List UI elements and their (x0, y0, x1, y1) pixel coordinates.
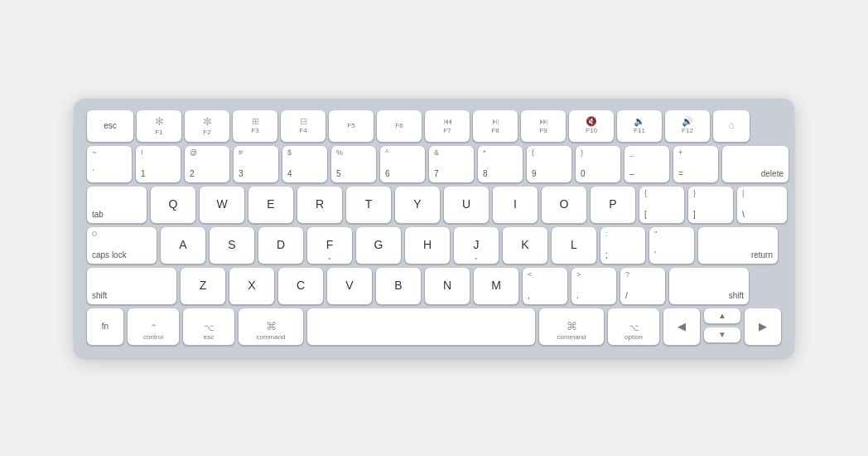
key-a[interactable]: A (161, 227, 205, 264)
key-b[interactable]: B (376, 268, 421, 304)
key-p[interactable]: P (591, 187, 635, 223)
key-y[interactable]: Y (395, 187, 440, 223)
key-arrow-left[interactable]: ◀ (663, 308, 700, 345)
key-l[interactable]: L (552, 227, 596, 264)
key-f2[interactable]: ✼ F2 (185, 110, 229, 142)
key-g[interactable]: G (356, 227, 401, 264)
key-c[interactable]: C (278, 268, 323, 304)
key-u[interactable]: U (444, 187, 489, 223)
key-quote[interactable]: " ' (649, 227, 694, 264)
key-4[interactable]: $ 4 (282, 146, 327, 182)
number-row: ~ ` ! 1 @ 2 # 3 $ 4 % 5 ^ 6 & 7 (87, 146, 781, 182)
key-arrow-down[interactable]: ▼ (704, 327, 740, 342)
key-f11[interactable]: 🔉 F11 (617, 110, 662, 142)
key-2[interactable]: @ 2 (185, 146, 229, 182)
key-capslock[interactable]: caps lock (87, 227, 157, 264)
keyboard: esc ✻ F1 ✼ F2 ⊞ F3 ⊟ F4 F5 F6 ⏮ F7 (74, 99, 794, 358)
key-power[interactable]: ⌂ (713, 110, 750, 142)
key-f[interactable]: F (307, 227, 352, 264)
key-f8[interactable]: ⏯ F8 (473, 110, 518, 142)
key-arrow-right[interactable]: ▶ (745, 308, 781, 345)
key-7[interactable]: & 7 (429, 146, 474, 182)
key-f1[interactable]: ✻ F1 (137, 110, 181, 142)
key-j[interactable]: J (454, 227, 499, 264)
key-slash[interactable]: ? / (620, 268, 665, 304)
key-semicolon[interactable]: : ; (600, 227, 645, 264)
key-f9[interactable]: ⏭ F9 (521, 110, 566, 142)
key-arrow-up[interactable]: ▲ (704, 308, 740, 323)
key-f3[interactable]: ⊞ F3 (233, 110, 277, 142)
key-n[interactable]: N (425, 268, 470, 304)
key-return[interactable]: return (698, 227, 778, 264)
key-period[interactable]: > . (571, 268, 616, 304)
qwerty-row: tab Q W E R T Y U I O P { [ } ] | \ (87, 187, 781, 223)
key-f4[interactable]: ⊟ F4 (281, 110, 326, 142)
key-close-bracket[interactable]: } ] (688, 187, 733, 223)
arrow-up-down-group: ▲ ▼ (704, 308, 740, 345)
key-option-left[interactable]: ⌥ esc (183, 308, 234, 345)
key-delete[interactable]: delete (722, 146, 788, 182)
key-minus[interactable]: _ – (624, 146, 669, 182)
key-9[interactable]: ( 9 (527, 146, 571, 182)
key-0[interactable]: ) 0 (576, 146, 620, 182)
key-backslash[interactable]: | \ (737, 187, 787, 223)
key-control[interactable]: ⌃ control (128, 308, 179, 345)
key-comma[interactable]: < , (523, 268, 567, 304)
key-t[interactable]: T (346, 187, 391, 223)
key-command-left[interactable]: ⌘ command (239, 308, 303, 345)
key-f6[interactable]: F6 (377, 110, 422, 142)
key-equals[interactable]: + = (673, 146, 718, 182)
key-o[interactable]: O (542, 187, 586, 223)
key-f7[interactable]: ⏮ F7 (425, 110, 470, 142)
key-fn[interactable]: fn (87, 308, 123, 345)
key-command-right[interactable]: ⌘ command (539, 308, 604, 345)
zxcv-row: shift Z X C V B N M < , > . ? / shift (87, 268, 781, 304)
key-3[interactable]: # 3 (234, 146, 278, 182)
key-1[interactable]: ! 1 (136, 146, 181, 182)
key-d[interactable]: D (258, 227, 303, 264)
key-f12[interactable]: 🔊 F12 (665, 110, 710, 142)
asdf-row: caps lock A S D F G H J K L : ; " ' retu… (87, 227, 781, 264)
key-m[interactable]: M (474, 268, 518, 304)
key-shift-left[interactable]: shift (87, 268, 176, 304)
key-backtick[interactable]: ~ ` (87, 146, 132, 182)
key-6[interactable]: ^ 6 (380, 146, 425, 182)
key-q[interactable]: Q (151, 187, 195, 223)
key-5[interactable]: % 5 (331, 146, 376, 182)
key-f5[interactable]: F5 (329, 110, 374, 142)
key-option-right[interactable]: ⌥ option (608, 308, 659, 345)
key-s[interactable]: S (210, 227, 254, 264)
key-k[interactable]: K (503, 227, 547, 264)
key-i[interactable]: I (493, 187, 538, 223)
key-r[interactable]: R (297, 187, 342, 223)
bottom-row: fn ⌃ control ⌥ esc ⌘ command ⌘ command (87, 308, 781, 345)
key-z[interactable]: Z (181, 268, 225, 304)
key-e[interactable]: E (248, 187, 293, 223)
key-h[interactable]: H (405, 227, 450, 264)
key-w[interactable]: W (200, 187, 244, 223)
key-tab[interactable]: tab (87, 187, 147, 223)
key-open-bracket[interactable]: { [ (639, 187, 684, 223)
key-x[interactable]: X (229, 268, 274, 304)
function-row: esc ✻ F1 ✼ F2 ⊞ F3 ⊟ F4 F5 F6 ⏮ F7 (87, 110, 781, 142)
key-f10[interactable]: 🔇 F10 (569, 110, 614, 142)
key-8[interactable]: * 8 (478, 146, 523, 182)
key-esc[interactable]: esc (87, 110, 133, 142)
key-shift-right[interactable]: shift (669, 268, 749, 304)
key-space[interactable] (307, 308, 535, 345)
key-v[interactable]: V (327, 268, 372, 304)
